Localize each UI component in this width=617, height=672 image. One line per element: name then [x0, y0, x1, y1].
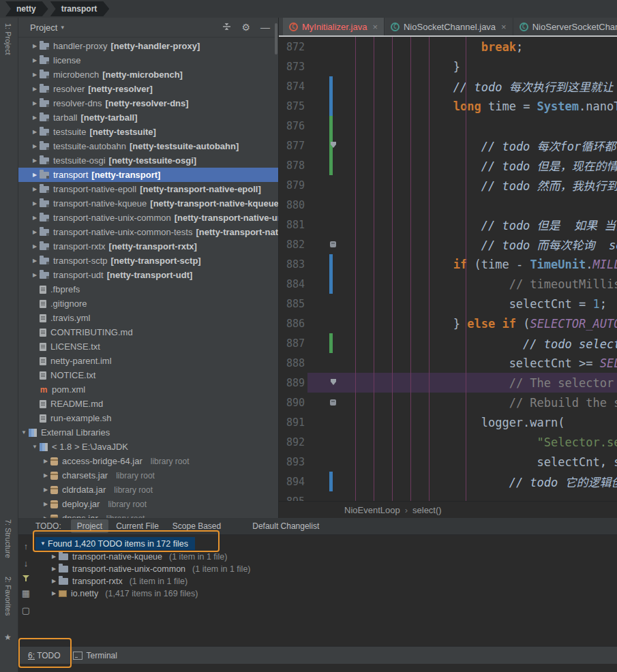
- line-number[interactable]: 892: [279, 436, 305, 448]
- line-number[interactable]: 875: [279, 100, 305, 112]
- line-number[interactable]: 887: [279, 337, 305, 350]
- project-tree-row[interactable]: ▶dnsns.jarlibrary root: [18, 511, 278, 518]
- gear-icon[interactable]: ⚙: [241, 22, 250, 32]
- line-number[interactable]: 891: [279, 416, 305, 429]
- nav-crumb-transport[interactable]: transport: [50, 1, 110, 16]
- todo-group-row[interactable]: ▶transport-native-kqueue(1 item in 1 fil…: [34, 551, 617, 562]
- project-tree-row[interactable]: ▶transport-native-kqueue[netty-transport…: [18, 196, 278, 211]
- expand-arrow-icon[interactable]: ▶: [30, 243, 40, 249]
- line-number[interactable]: 884: [279, 278, 305, 290]
- line-number[interactable]: 879: [279, 179, 305, 192]
- collapse-arrow-icon[interactable]: ▼: [38, 540, 48, 547]
- project-tree-row[interactable]: ▶testsuite-autobahn[netty-testsuite-auto…: [18, 139, 278, 153]
- line-number[interactable]: 890: [279, 397, 305, 409]
- code-line[interactable]: 890 // Rebuild the selector to work arou…: [279, 393, 617, 412]
- line-number[interactable]: 880: [279, 199, 305, 211]
- project-tree-row[interactable]: ▶transport-native-unix-common-tests[nett…: [18, 225, 278, 239]
- line-number[interactable]: 873: [279, 61, 305, 73]
- project-tree-row[interactable]: ▶microbench[netty-microbench]: [18, 67, 278, 82]
- code-editor[interactable]: 872 break;873 }874 // todo 每次执行到这里就让875 …: [279, 37, 617, 501]
- project-tree-row[interactable]: ▼External Libraries: [18, 425, 278, 440]
- tab-close-icon[interactable]: ×: [501, 22, 507, 31]
- bookmark-icon[interactable]: [330, 379, 337, 386]
- todo-tab-project[interactable]: Project: [71, 519, 108, 533]
- project-tree-row[interactable]: ▶license: [18, 53, 278, 67]
- code-line[interactable]: 883 if (time - TimeUnit.MILLISECONDS.con…: [279, 254, 617, 274]
- code-line[interactable]: 877 // todo 每次for循环都会先执行: [279, 136, 617, 155]
- expand-arrow-icon[interactable]: ▶: [30, 100, 40, 106]
- line-number[interactable]: 881: [279, 219, 305, 231]
- code-line[interactable]: 874 // todo 每次执行到这里就让: [279, 76, 617, 96]
- project-tree-row[interactable]: .fbprefs: [18, 282, 278, 296]
- line-number[interactable]: 886: [279, 318, 305, 330]
- expand-arrow-icon[interactable]: ▶: [30, 186, 40, 192]
- collapse-all-icon[interactable]: [222, 22, 231, 32]
- code-line[interactable]: 878 // todo 但是，现在的情况是: [279, 155, 617, 175]
- project-tree-row[interactable]: mpom.xml: [18, 382, 278, 397]
- breadcrumb-class[interactable]: NioEventLoop: [344, 505, 400, 515]
- gutter-marker-icon[interactable]: [330, 399, 336, 406]
- expand-arrow-icon[interactable]: ▶: [30, 57, 40, 63]
- todo-group-row[interactable]: ▶transport-native-unix-common(1 item in …: [34, 563, 617, 575]
- editor-tab[interactable]: CMyInitializer.java×: [283, 18, 385, 35]
- project-tree-row[interactable]: ▶transport-native-unix-common[netty-tran…: [18, 211, 278, 225]
- expand-arrow-icon[interactable]: ▶: [30, 172, 40, 178]
- expand-arrow-icon[interactable]: ▶: [49, 553, 59, 560]
- code-line[interactable]: 886 } else if (SELECTOR_AUTO_REBUILD_THR…: [279, 314, 617, 333]
- project-tree-row[interactable]: ▶charsets.jarlibrary root: [18, 468, 278, 483]
- line-number[interactable]: 895: [279, 495, 305, 502]
- code-line[interactable]: 875 long time = System.nanoTime();: [279, 96, 617, 116]
- preview-icon[interactable]: ▢: [22, 605, 30, 615]
- expand-arrow-icon[interactable]: ▶: [30, 114, 40, 121]
- expand-arrow-icon[interactable]: ▶: [30, 86, 40, 92]
- expand-arrow-icon[interactable]: ▶: [30, 215, 40, 221]
- code-line[interactable]: 891 logger.warn(: [279, 412, 617, 432]
- project-tree-row[interactable]: ▶tarball[netty-tarball]: [18, 110, 278, 125]
- expand-arrow-icon[interactable]: ▶: [30, 43, 40, 49]
- expand-arrow-icon[interactable]: ▶: [49, 566, 59, 572]
- expand-arrow-icon[interactable]: ▶: [49, 578, 59, 584]
- line-number[interactable]: 882: [279, 239, 305, 251]
- code-line[interactable]: 895: [279, 491, 617, 501]
- code-line[interactable]: 888 selectCnt >= SELECTOR_AUTO_REBUILD_T…: [279, 353, 617, 373]
- filter-icon[interactable]: [22, 575, 29, 581]
- expand-arrow-icon[interactable]: ▶: [49, 590, 59, 596]
- line-number[interactable]: 885: [279, 298, 305, 310]
- line-number[interactable]: 893: [279, 456, 305, 468]
- tab-default-changelist[interactable]: Default Changelist: [246, 519, 325, 533]
- project-tree-row[interactable]: ▶resolver-dns[netty-resolver-dns]: [18, 96, 278, 110]
- tab-close-icon[interactable]: ×: [372, 22, 378, 31]
- breadcrumb-method[interactable]: select(): [412, 505, 442, 515]
- expand-arrow-icon[interactable]: ▶: [30, 200, 40, 207]
- project-tree-row[interactable]: ▶resolver[netty-resolver]: [18, 82, 278, 96]
- expand-arrow-icon[interactable]: ▶: [30, 72, 40, 78]
- line-number[interactable]: 878: [279, 159, 305, 172]
- nav-crumb-netty[interactable]: netty: [5, 1, 48, 16]
- code-line[interactable]: 872 break;: [279, 37, 617, 57]
- collapse-arrow-icon[interactable]: ▼: [30, 444, 40, 450]
- tool-button-favorites[interactable]: 2: Favorites: [4, 577, 12, 615]
- expand-arrow-icon[interactable]: ▶: [41, 501, 50, 507]
- project-tree-row[interactable]: run-example.sh: [18, 411, 278, 425]
- bookmark-icon[interactable]: [330, 142, 337, 149]
- editor-tab[interactable]: CNioSocketChannel.java×: [385, 18, 513, 35]
- code-line[interactable]: 873 }: [279, 57, 617, 76]
- code-line[interactable]: 887 // todo selectCnt 记录的是: [279, 333, 617, 353]
- project-tree-row[interactable]: ▶testsuite[netty-testsuite]: [18, 125, 278, 139]
- line-number[interactable]: 874: [279, 80, 305, 93]
- tool-button-terminal[interactable]: Terminal: [67, 649, 123, 662]
- expand-arrow-icon[interactable]: ▶: [30, 272, 40, 278]
- hide-panel-icon[interactable]: —: [260, 22, 270, 32]
- group-by-icon[interactable]: ▦: [22, 588, 30, 598]
- collapse-arrow-icon[interactable]: ▼: [19, 429, 29, 436]
- line-number[interactable]: 888: [279, 357, 305, 369]
- project-tree-row[interactable]: LICENSE.txt: [18, 339, 278, 354]
- code-line[interactable]: 894 // todo 它的逻辑创建一个新的: [279, 472, 617, 491]
- expand-arrow-icon[interactable]: ▶: [41, 458, 50, 464]
- project-tree-row[interactable]: README.md: [18, 397, 278, 411]
- project-tree-row[interactable]: ▼< 1.8 > E:\JavaJDK: [18, 440, 278, 454]
- project-tree-row[interactable]: ▶transport-sctp[netty-transport-sctp]: [18, 254, 278, 268]
- code-line[interactable]: 881 // todo 但是 如果 当前的任: [279, 215, 617, 234]
- project-tree-row[interactable]: ▶transport[netty-transport]: [18, 168, 278, 182]
- todo-summary-row[interactable]: ▼Found 1,420 TODO items in 172 files: [35, 537, 195, 550]
